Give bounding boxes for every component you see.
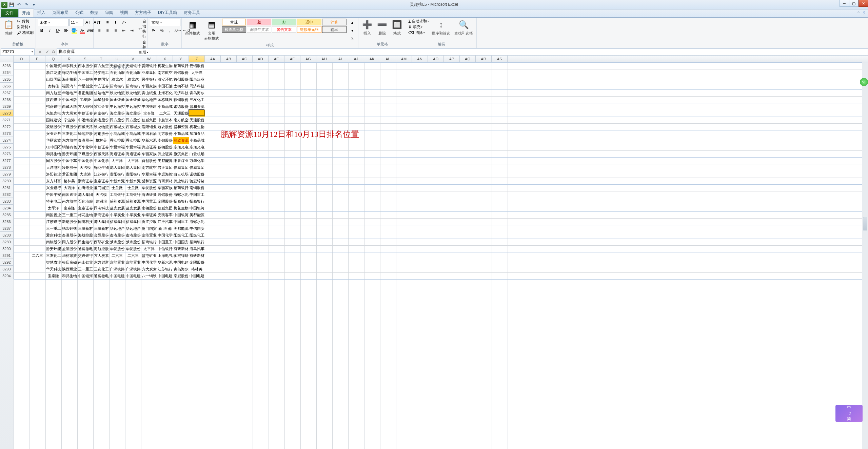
ribbon-tab[interactable]: 视图	[117, 8, 132, 17]
fill-button[interactable]: ⬇填充▾	[408, 24, 429, 29]
font-color-button[interactable]: A▾	[79, 27, 86, 34]
cell[interactable]: 万华化学	[77, 144, 93, 150]
font-size-combo[interactable]: 11▾	[69, 19, 83, 26]
orientation-icon[interactable]: ⤢▾	[120, 19, 127, 26]
cell[interactable]: 云铝股份	[157, 191, 173, 198]
row-header[interactable]: 3266	[0, 83, 14, 89]
cell[interactable]: 招商银行	[173, 198, 189, 205]
cell[interactable]: 金隅股份	[189, 259, 205, 266]
cell[interactable]: 大西洋	[61, 184, 77, 191]
cell[interactable]: 二六三	[157, 110, 173, 117]
cell[interactable]: 海通证券	[109, 150, 125, 157]
column-header[interactable]: P	[29, 56, 45, 62]
style-cell[interactable]: 适中	[297, 19, 321, 25]
row-header[interactable]: 3271	[0, 117, 14, 123]
cell[interactable]: 雅戈尔	[125, 76, 141, 83]
cells-area[interactable]: 中国建筑华东科技西水股份南方航空无锡银行无锡银行贵阳银行梅花生物招商银行云铝股份…	[14, 62, 868, 449]
cell[interactable]: 三友化工	[61, 130, 77, 137]
cell[interactable]: 盛和资源	[141, 178, 157, 184]
cell[interactable]: 东旭光电	[189, 144, 205, 150]
cell[interactable]: 格林美	[93, 137, 109, 144]
style-cell[interactable]: 差	[247, 19, 271, 25]
cell[interactable]: 二六三	[109, 252, 125, 259]
cell[interactable]: 中国电建	[173, 259, 189, 266]
cell[interactable]: 中国石油	[157, 83, 173, 89]
cell[interactable]: 京能置业	[109, 259, 125, 266]
cell[interactable]: 万华化学	[189, 157, 205, 164]
cell[interactable]: 南方航空	[173, 117, 189, 123]
column-header[interactable]: U	[109, 56, 125, 62]
formula-input[interactable]: 鹏欣资源	[57, 48, 868, 55]
cell[interactable]: 雅戈尔	[109, 76, 125, 83]
cell[interactable]: 美都能源	[189, 211, 205, 218]
column-header[interactable]: T	[93, 56, 109, 62]
styles-more-icon[interactable]: ⊻	[349, 35, 356, 42]
row-header[interactable]: 3269	[0, 103, 14, 110]
cell[interactable]: 石化油服	[109, 69, 125, 76]
cell[interactable]: 云铝股份	[189, 62, 205, 69]
cell[interactable]: 华星创业	[77, 83, 93, 89]
qat-dropdown-icon[interactable]: ▾	[31, 1, 37, 8]
cell[interactable]: 庞大集团	[109, 164, 125, 171]
cell[interactable]: 福田汽车	[61, 83, 77, 89]
cell[interactable]: 信威集团	[141, 117, 157, 123]
indent-inc-icon[interactable]: ⇥	[128, 27, 136, 34]
cell[interactable]: 加加食品	[189, 130, 205, 137]
style-cell[interactable]: 好	[272, 19, 296, 25]
cell[interactable]: 同济科技	[189, 83, 205, 89]
cell[interactable]: 同济科技	[93, 205, 109, 211]
column-header[interactable]: AI	[332, 56, 348, 62]
cell[interactable]: 小商品城	[109, 130, 125, 137]
name-box[interactable]: Z3270▾	[1, 48, 35, 55]
cell[interactable]: 招商银行	[125, 83, 141, 89]
fill-color-button[interactable]: 🪣▾	[71, 27, 78, 34]
cell[interactable]: 游安环能	[157, 76, 173, 83]
row-header[interactable]: 3268	[0, 96, 14, 103]
cell[interactable]: 信威集团	[109, 218, 125, 225]
row-header[interactable]: 3281	[0, 184, 14, 191]
cell[interactable]: 和邦生物	[45, 150, 61, 157]
cell[interactable]: 宝泰证券	[77, 205, 93, 211]
percent-icon[interactable]: %	[158, 27, 165, 34]
row-header[interactable]: 3290	[0, 245, 14, 252]
cell[interactable]: 中国重工	[157, 239, 173, 245]
cell[interactable]: 阳煤化工	[189, 232, 205, 239]
cell[interactable]: 中国铁建	[141, 103, 157, 110]
cell[interactable]: 同方股份	[125, 117, 141, 123]
cell[interactable]: 秦港股份	[77, 137, 93, 144]
cell[interactable]: 江苏银行	[93, 171, 109, 178]
cell[interactable]: 中远海控	[125, 103, 141, 110]
cell[interactable]: 太平洋	[141, 245, 157, 252]
cell[interactable]: 中国平安	[45, 191, 61, 198]
cell[interactable]: 中国电建	[189, 272, 205, 279]
cell[interactable]: 凌钢股份	[61, 164, 77, 171]
cut-button[interactable]: ✂剪切	[17, 19, 34, 24]
cell[interactable]: 华东科技	[61, 62, 77, 69]
cell[interactable]: 中信国安	[189, 225, 205, 232]
cell[interactable]: 国栋建设	[157, 96, 173, 103]
cell[interactable]: 驰宏锌锗	[189, 178, 205, 184]
ribbon-tab[interactable]: DIY工具箱	[155, 8, 180, 17]
cell[interactable]: 鞍钢股份	[173, 96, 189, 103]
column-header[interactable]: AJ	[348, 56, 364, 62]
cell[interactable]: 陕西煤业	[45, 96, 61, 103]
cell[interactable]: 兴业银行	[45, 184, 61, 191]
cell[interactable]: 宝泰隆	[77, 96, 93, 103]
row-header[interactable]: 3277	[0, 157, 14, 164]
row-header[interactable]: 3283	[0, 198, 14, 205]
cell[interactable]: 海通证券	[125, 150, 141, 157]
cell[interactable]: 八一钢铁	[77, 76, 93, 83]
cell[interactable]: 方大炭素	[61, 110, 77, 117]
cell[interactable]: 贵阳银行	[141, 62, 157, 69]
cell[interactable]: 同济科技	[173, 89, 189, 96]
cell[interactable]: 南方航空	[45, 89, 61, 96]
cell[interactable]: 太平洋	[45, 205, 61, 211]
row-header[interactable]: 3288	[0, 232, 14, 239]
cell[interactable]: 白云机场	[173, 171, 189, 178]
align-middle-icon[interactable]: ≡	[104, 19, 111, 26]
cell[interactable]: 中国电建	[125, 272, 141, 279]
column-header[interactable]: AE	[269, 56, 284, 62]
column-header[interactable]: AM	[396, 56, 412, 62]
cell[interactable]: XD中国石	[45, 144, 61, 150]
cell[interactable]: 紫江企业	[93, 103, 109, 110]
